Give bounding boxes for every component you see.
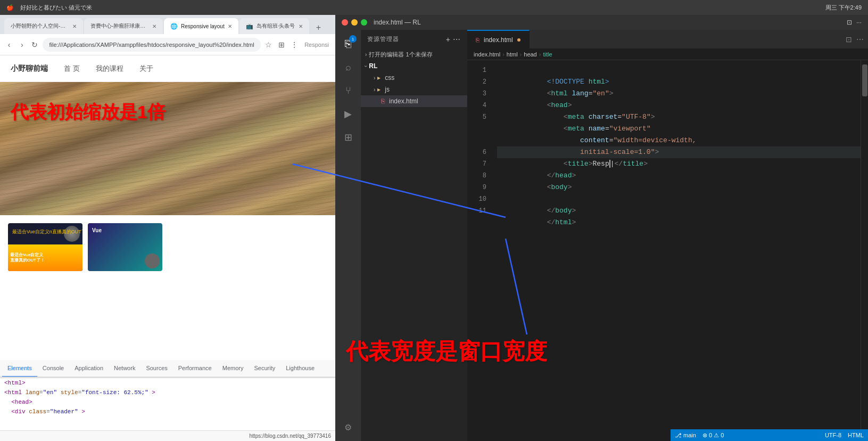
breadcrumb-head[interactable]: head: [524, 51, 536, 58]
line-num-4: 4: [467, 100, 486, 111]
tab-label: index.html: [484, 36, 513, 44]
new-tab-button[interactable]: +: [312, 21, 325, 34]
maximize-button[interactable]: [361, 19, 367, 26]
devtools-tab-application[interactable]: Application: [69, 360, 109, 377]
tab-close-4[interactable]: ✕: [299, 23, 303, 29]
apple-menu[interactable]: 🍎: [6, 4, 14, 11]
breadcrumb-file[interactable]: index.html: [474, 51, 500, 58]
statusbar-language[interactable]: HTML: [848, 432, 864, 438]
browser-tab-4[interactable]: 📺 岛有组班·头条号 ✕: [239, 18, 309, 34]
debug-icon: ▶: [344, 108, 352, 120]
scrollbar-thumb[interactable]: [862, 64, 867, 96]
statusbar-branch[interactable]: ⎇ main: [675, 432, 696, 439]
minimize-button[interactable]: [351, 19, 358, 26]
browser-title-hint: Responsi: [302, 42, 331, 48]
activity-remote[interactable]: ⚙: [338, 418, 358, 437]
js-folder-label: js: [385, 86, 390, 93]
course-row: 最适合Vue自定义直播真的OUT了！ Vue: [0, 215, 335, 279]
tab-favicon-4: 📺: [246, 23, 253, 30]
code-line-10: </body>: [497, 193, 861, 205]
sidebar-folder-js[interactable]: › ▸ js: [361, 84, 467, 95]
devtools-tab-security[interactable]: Security: [249, 360, 280, 377]
line-numbers: 1 2 3 4 5 5 5 6 7 8 9 10 11: [467, 60, 493, 441]
new-file-btn[interactable]: +: [446, 35, 451, 44]
bookmark-button[interactable]: ☆: [264, 38, 274, 51]
extensions-icon: ⊞: [344, 132, 352, 143]
js-folder-icon: ▸: [377, 86, 381, 93]
devtools-tab-lighthouse[interactable]: Lighthouse: [280, 360, 320, 377]
sidebar-header: 资源管理器 + ⋯: [361, 30, 467, 48]
code-editor[interactable]: 1 2 3 4 5 5 5 6 7 8 9 10 11: [467, 60, 868, 441]
line-num-6: 6: [467, 146, 486, 158]
devtools-tabs: Elements Console Application Network Sou…: [0, 360, 335, 377]
css-folder-label: css: [385, 74, 394, 81]
sidebar-header-actions: + ⋯: [446, 35, 461, 44]
statusbar-errors[interactable]: ⊗ 0 ⚠ 0: [702, 432, 724, 439]
devtools-tab-network[interactable]: Network: [109, 360, 140, 377]
browser-tabs: 小野朝野的个人空间-新鲜射... ✕ 资费中心-肿瘤肝球康基射料... ✕ 🌐 …: [0, 15, 335, 34]
forward-button[interactable]: ›: [17, 38, 27, 51]
webpage-nav-home[interactable]: 首 页: [64, 64, 80, 74]
sidebar-root-folder[interactable]: › RL: [361, 60, 467, 72]
url-bar[interactable]: file:///Applications/XAMPP/xamppfiles/ht…: [43, 38, 260, 52]
statusbar-encoding: UTF-8: [825, 432, 841, 438]
line-num-10: 10: [467, 193, 486, 205]
devtools-tab-memory[interactable]: Memory: [217, 360, 249, 377]
split-editor-action[interactable]: ⊡: [846, 35, 852, 44]
breadcrumb-html[interactable]: html: [507, 51, 518, 58]
tab-label-2: 资费中心-肿瘤肝球康基射料...: [90, 22, 149, 30]
course-thumb-1[interactable]: 最适合Vue自定义直播真的OUT了！: [8, 223, 82, 271]
reload-button[interactable]: ↻: [30, 38, 39, 51]
more-actions-icon[interactable]: ···: [856, 19, 862, 26]
css-folder-icon: ▸: [377, 74, 381, 81]
course-thumb-2[interactable]: Vue: [88, 223, 162, 271]
activity-extensions[interactable]: ⊞: [338, 128, 358, 147]
tab-close-3[interactable]: ✕: [228, 23, 232, 29]
html-file-label: index.html: [389, 97, 418, 105]
sidebar-file-index-html[interactable]: ⎘ index.html: [361, 95, 467, 107]
devtools-line-1: <html>: [0, 378, 335, 388]
extension-button[interactable]: ⊞: [277, 38, 286, 51]
code-line-1: <!DOCTYPE html>: [497, 64, 861, 76]
vscode-title: index.html — RL: [374, 19, 421, 26]
sidebar-open-editors-header[interactable]: › 打开的编辑器 1个未保存: [361, 48, 467, 60]
tab-close-1[interactable]: ✕: [72, 23, 77, 29]
devtools-tab-performance[interactable]: Performance: [173, 360, 217, 377]
close-button[interactable]: [342, 19, 348, 26]
devtools-tab-elements[interactable]: Elements: [2, 360, 37, 377]
devtools-panel: <html> <html lang="en" style="font-size:…: [0, 377, 335, 430]
breadcrumb-title[interactable]: title: [543, 51, 552, 58]
mac-topbar-left: 🍎 好好比と暮びたい 値元で米: [6, 4, 92, 12]
editor-tab-index-html[interactable]: ⎘ index.html: [467, 30, 530, 48]
activity-files[interactable]: ⎘ 1: [338, 34, 358, 53]
activity-debug[interactable]: ▶: [338, 104, 358, 124]
activity-search[interactable]: ⌕: [338, 58, 358, 77]
vscode-scrollbar[interactable]: [861, 60, 868, 441]
devtools-tab-console[interactable]: Console: [37, 360, 69, 377]
tab-close-2[interactable]: ✕: [152, 23, 156, 29]
menu-button[interactable]: ⋮: [290, 38, 299, 51]
vscode-statusbar: ⎇ main ⊗ 0 ⚠ 0 UTF-8 HTML: [671, 429, 868, 441]
split-editor-icon[interactable]: ⊡: [847, 19, 852, 26]
devtools-line-2: <html lang="en" style="font-size: 62.5%;…: [0, 388, 335, 397]
devtools-tab-sources[interactable]: Sources: [140, 360, 172, 377]
browser-tab-2[interactable]: 资费中心-肿瘤肝球康基射料... ✕: [84, 18, 163, 34]
browser-tab-3[interactable]: 🌐 Responsive layout ✕: [164, 18, 238, 34]
more-editor-action[interactable]: ⋯: [856, 35, 864, 44]
browser-statusbar: https://blog.csdn.net/qq_39773416: [0, 430, 335, 441]
tab-label-3: Responsive layout: [181, 23, 225, 29]
code-content[interactable]: <!DOCTYPE html> <html lang="en"> <head> …: [493, 60, 861, 441]
activity-git[interactable]: ⑂: [338, 81, 358, 100]
remote-icon: ⚙: [344, 422, 352, 432]
back-button[interactable]: ‹: [4, 38, 14, 51]
collapse-all-btn[interactable]: ⋯: [453, 35, 461, 44]
browser-tab-1[interactable]: 小野朝野的个人空间-新鲜射... ✕: [4, 18, 83, 34]
breadcrumb-sep-1: ›: [502, 51, 505, 58]
git-icon: ⑂: [345, 85, 351, 96]
line-num-5: 5: [467, 111, 486, 123]
webpage-nav-courses[interactable]: 我的课程: [96, 64, 123, 74]
root-chevron: ›: [363, 65, 369, 67]
devtools-line-4: <div class="header" >: [0, 407, 335, 416]
webpage-nav-about[interactable]: 关于: [139, 64, 153, 74]
sidebar-folder-css[interactable]: › ▸ css: [361, 72, 467, 84]
